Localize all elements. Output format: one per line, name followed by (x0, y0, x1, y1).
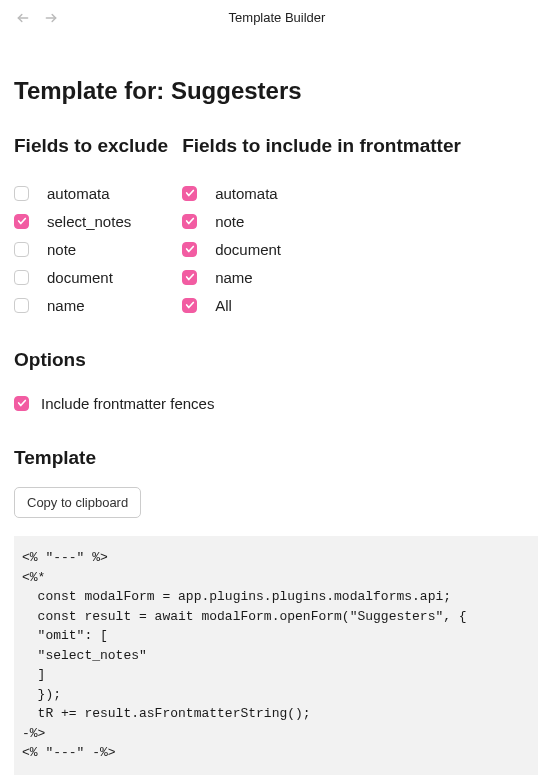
checkbox-include-note[interactable] (182, 214, 197, 229)
checkbox-label: document (215, 241, 281, 258)
checkbox-include-document[interactable] (182, 242, 197, 257)
checkbox-include-all[interactable] (182, 298, 197, 313)
checkbox-label: note (215, 213, 244, 230)
fields-exclude-column: Fields to exclude automataselect_notesno… (14, 135, 168, 319)
checkbox-label: automata (215, 185, 278, 202)
nav-forward-icon[interactable] (44, 11, 58, 25)
checkbox-label: automata (47, 185, 110, 202)
checkbox-label: name (215, 269, 253, 286)
checkbox-include-fences-label: Include frontmatter fences (41, 395, 214, 412)
checkbox-exclude-automata[interactable] (14, 186, 29, 201)
checkbox-label: note (47, 241, 76, 258)
checkbox-include-automata[interactable] (182, 186, 197, 201)
checkbox-include-fences[interactable] (14, 396, 29, 411)
copy-to-clipboard-button[interactable]: Copy to clipboard (14, 487, 141, 518)
exclude-heading: Fields to exclude (14, 135, 168, 157)
checkbox-label: select_notes (47, 213, 131, 230)
checkbox-exclude-note[interactable] (14, 242, 29, 257)
tab-title: Template Builder (229, 10, 326, 25)
checkbox-label: name (47, 297, 85, 314)
checkbox-exclude-select_notes[interactable] (14, 214, 29, 229)
checkbox-label: All (215, 297, 232, 314)
template-heading: Template (14, 447, 538, 469)
checkbox-exclude-name[interactable] (14, 298, 29, 313)
checkbox-label: document (47, 269, 113, 286)
include-heading: Fields to include in frontmatter (182, 135, 461, 157)
page-title: Template for: Suggesters (14, 77, 538, 105)
checkbox-exclude-document[interactable] (14, 270, 29, 285)
fields-include-column: Fields to include in frontmatter automat… (182, 135, 461, 319)
options-heading: Options (14, 349, 538, 371)
nav-back-icon[interactable] (16, 11, 30, 25)
template-code-block[interactable]: <% "---" %> <%* const modalForm = app.pl… (14, 536, 538, 775)
checkbox-include-name[interactable] (182, 270, 197, 285)
